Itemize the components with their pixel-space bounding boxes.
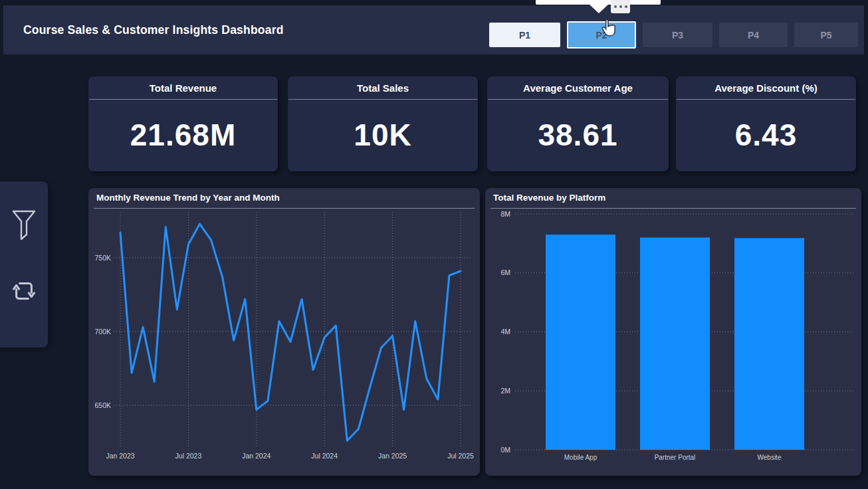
y-axis-label: 700K bbox=[94, 328, 111, 336]
bar-mobile-app[interactable] bbox=[546, 235, 615, 450]
page-navigator: P1 P2 P3 P4 P5 bbox=[489, 23, 858, 49]
divider bbox=[490, 208, 856, 209]
kpi-value: 6.43 bbox=[676, 100, 856, 170]
bar-chart-card: 0M2M4M6M8MMobile AppPartner PortalWebsit… bbox=[485, 188, 861, 476]
page-title: Course Sales & Customer Insights Dashboa… bbox=[23, 5, 284, 54]
filter-icon bbox=[12, 210, 36, 242]
kpi-value: 10K bbox=[288, 100, 478, 170]
y-axis-label: 750K bbox=[94, 254, 111, 262]
x-axis-label: Website bbox=[758, 454, 782, 461]
kpi-card-total-sales[interactable]: Total Sales 10K bbox=[288, 76, 478, 171]
ellipsis-icon bbox=[614, 5, 617, 8]
chart-title: Monthly Revenue Trend by Year and Month bbox=[96, 193, 280, 203]
x-axis-label: Jul 2025 bbox=[447, 452, 474, 460]
x-axis-label: Jan 2024 bbox=[242, 452, 271, 460]
hand-cursor-icon bbox=[600, 18, 617, 38]
tab-p5[interactable]: P5 bbox=[794, 23, 858, 47]
kpi-card-total-revenue[interactable]: Total Revenue 21.68M bbox=[88, 76, 278, 171]
header-bar: Course Sales & Customer Insights Dashboa… bbox=[3, 5, 864, 54]
bar-partner-portal[interactable] bbox=[640, 238, 710, 450]
y-axis-label: 0M bbox=[500, 446, 510, 454]
filter-button[interactable] bbox=[11, 209, 37, 244]
y-axis-label: 8M bbox=[500, 210, 510, 218]
x-axis-label: Jan 2025 bbox=[378, 452, 407, 460]
y-axis-label: 6M bbox=[500, 268, 510, 276]
filter-pane bbox=[0, 181, 48, 347]
kpi-title: Average Customer Age bbox=[488, 76, 668, 100]
x-axis-label: Mobile App bbox=[564, 454, 597, 461]
line-chart-card: Jan 2023Jul 2023Jan 2024Jul 2024Jan 2025… bbox=[88, 188, 480, 476]
kpi-card-average-customer-age[interactable]: Average Customer Age 38.61 bbox=[487, 76, 669, 171]
x-axis-label: Partner Portal bbox=[655, 454, 696, 461]
divider bbox=[94, 208, 475, 209]
kpi-card-average-discount[interactable]: Average Discount (%) 6.43 bbox=[676, 76, 856, 171]
kpi-title: Total Sales bbox=[288, 76, 477, 100]
x-axis-label: Jan 2023 bbox=[106, 452, 134, 460]
revenue-trend-line[interactable] bbox=[120, 224, 461, 440]
tab-p1[interactable]: P1 bbox=[489, 23, 560, 47]
chart-title: Total Revenue by Platform bbox=[493, 193, 605, 203]
tab-p3[interactable]: P3 bbox=[643, 23, 712, 47]
tooltip-caret-icon bbox=[589, 4, 609, 13]
refresh-button[interactable] bbox=[11, 274, 37, 309]
x-axis-label: Jul 2023 bbox=[175, 452, 202, 460]
more-options-button[interactable] bbox=[611, 0, 630, 13]
kpi-value: 38.61 bbox=[487, 100, 669, 170]
tab-p4[interactable]: P4 bbox=[719, 23, 788, 47]
kpi-title: Total Revenue bbox=[89, 76, 277, 100]
bar-website[interactable] bbox=[734, 238, 804, 450]
kpi-title: Average Discount (%) bbox=[677, 76, 855, 100]
refresh-icon bbox=[11, 278, 37, 304]
y-axis-label: 2M bbox=[500, 387, 510, 395]
x-axis-label: Jul 2024 bbox=[311, 452, 338, 460]
y-axis-label: 650K bbox=[94, 401, 111, 409]
bar-chart[interactable]: 0M2M4M6M8MMobile AppPartner PortalWebsit… bbox=[485, 188, 861, 476]
line-chart[interactable]: Jan 2023Jul 2023Jan 2024Jul 2024Jan 2025… bbox=[88, 188, 480, 476]
kpi-value: 21.68M bbox=[88, 100, 278, 170]
y-axis-label: 4M bbox=[500, 328, 510, 336]
